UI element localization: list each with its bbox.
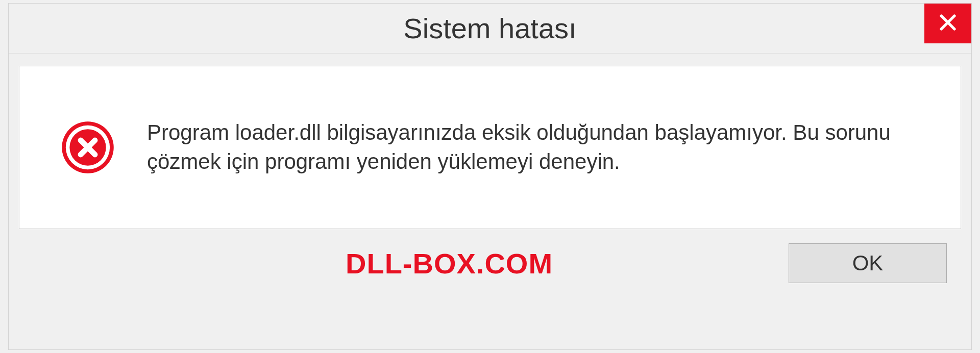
dialog-footer: DLL-BOX.COM OK (19, 229, 961, 291)
error-dialog: Sistem hatası Program lo (8, 3, 972, 350)
error-message: Program loader.dll bilgisayarınızda eksi… (147, 118, 932, 176)
error-icon (60, 120, 115, 175)
message-panel: Program loader.dll bilgisayarınızda eksi… (19, 66, 961, 229)
close-icon (937, 11, 959, 36)
title-bar: Sistem hatası (9, 4, 971, 54)
ok-button[interactable]: OK (789, 243, 947, 283)
dialog-title: Sistem hatası (403, 12, 576, 45)
close-button[interactable] (924, 4, 971, 43)
watermark-text: DLL-BOX.COM (19, 247, 553, 280)
content-area: Program loader.dll bilgisayarınızda eksi… (9, 54, 971, 349)
